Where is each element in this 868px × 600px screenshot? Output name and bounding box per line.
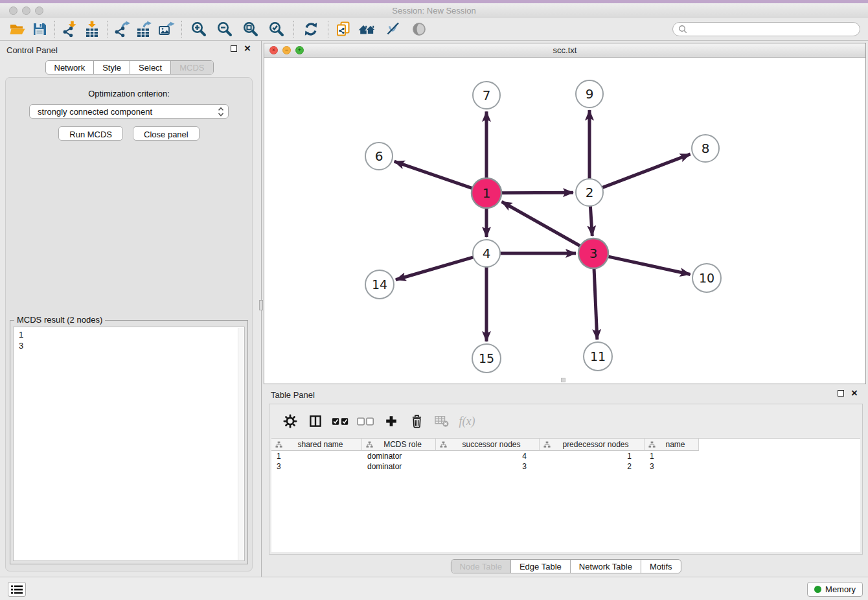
node-table[interactable]: shared nameMCDS rolesuccessor nodesprede… — [271, 438, 860, 552]
zoom-out-button[interactable] — [212, 19, 238, 39]
close-table-panel-icon[interactable]: × — [851, 390, 858, 397]
network-canvas[interactable]: 1234678910111415 — [264, 58, 865, 384]
mcds-result-title: MCDS result (2 nodes) — [14, 315, 105, 325]
deselect-all-button[interactable] — [356, 411, 376, 431]
export-image-button[interactable] — [155, 19, 177, 39]
graph-node-10[interactable]: 10 — [692, 264, 721, 292]
import-network-button[interactable] — [59, 19, 81, 39]
column-header-successor-nodes[interactable]: successor nodes — [436, 439, 540, 451]
graph-node-14[interactable]: 14 — [365, 270, 394, 299]
import-network-icon — [62, 21, 78, 38]
clone-network-button[interactable] — [332, 19, 354, 39]
graph-node-3[interactable]: 3 — [578, 238, 608, 268]
graph-node-9[interactable]: 9 — [576, 80, 603, 108]
search-input[interactable] — [691, 25, 854, 34]
hide-details-button[interactable] — [380, 19, 406, 39]
tab-network[interactable]: Network — [45, 61, 94, 74]
graph-node-4[interactable]: 4 — [473, 240, 500, 267]
close-panel-button[interactable]: Close panel — [133, 126, 200, 141]
graph-node-2[interactable]: 2 — [576, 179, 603, 206]
graph-edge-3-11[interactable] — [594, 268, 597, 340]
cell-successor-nodes[interactable]: 4 — [436, 451, 540, 461]
tab-motifs[interactable]: Motifs — [641, 560, 681, 573]
cell-shared-name[interactable]: 3 — [271, 461, 362, 472]
canvas-grip[interactable] — [561, 378, 565, 382]
task-history-button[interactable] — [8, 582, 26, 597]
column-label: predecessor nodes — [553, 440, 644, 449]
import-table-button[interactable] — [81, 19, 103, 39]
splitter-grip[interactable] — [259, 300, 263, 310]
cell-name[interactable]: 1 — [645, 451, 699, 461]
select-all-button[interactable] — [331, 411, 350, 431]
apply-layout-button[interactable] — [298, 19, 324, 39]
graph-edge-1-2[interactable] — [501, 192, 573, 193]
node-label: 15 — [479, 351, 494, 365]
hide-details-icon — [385, 21, 402, 38]
tab-edge-table[interactable]: Edge Table — [511, 560, 571, 573]
save-session-button[interactable] — [29, 19, 51, 39]
graph-edge-3-10[interactable] — [608, 257, 690, 275]
graph-edge-3-1[interactable] — [502, 202, 580, 246]
node-label: 2 — [586, 185, 594, 200]
cell-name[interactable]: 3 — [645, 461, 699, 472]
column-header-MCDS-role[interactable]: MCDS role — [362, 439, 436, 451]
graph-node-6[interactable]: 6 — [365, 143, 393, 170]
float-panel-icon[interactable] — [231, 45, 237, 52]
node-label: 3 — [589, 246, 598, 261]
cell-predecessor-nodes[interactable]: 2 — [540, 461, 645, 472]
tab-select[interactable]: Select — [130, 61, 171, 74]
zoom-fit-button[interactable] — [238, 19, 264, 39]
graph-node-11[interactable]: 11 — [584, 342, 612, 371]
export-table-button[interactable] — [133, 19, 155, 39]
status-bar: Memory — [0, 577, 868, 600]
graph-node-7[interactable]: 7 — [473, 82, 500, 109]
memory-button[interactable]: Memory — [807, 582, 863, 597]
column-type-icon — [440, 441, 447, 448]
graph-node-15[interactable]: 15 — [472, 344, 501, 373]
close-panel-icon[interactable]: × — [244, 45, 251, 52]
delete-column-button[interactable] — [407, 411, 426, 431]
show-column-button[interactable] — [306, 411, 325, 431]
cell-shared-name[interactable]: 1 — [271, 451, 362, 461]
network-window-titlebar[interactable]: × − + scc.txt — [264, 43, 865, 58]
graph-node-8[interactable]: 8 — [692, 135, 719, 162]
cell-MCDS-role[interactable]: dominator — [362, 461, 436, 472]
tab-style[interactable]: Style — [94, 61, 130, 74]
graph-edge-2-3[interactable] — [590, 206, 592, 236]
cell-predecessor-nodes[interactable]: 1 — [540, 451, 645, 461]
delete-table-button — [432, 411, 451, 431]
open-session-button[interactable] — [6, 19, 29, 39]
cell-successor-nodes[interactable]: 3 — [436, 461, 540, 472]
create-column-button[interactable] — [382, 411, 401, 431]
table-settings-button[interactable] — [280, 411, 300, 431]
search-field[interactable] — [672, 22, 860, 36]
mcds-result-textarea[interactable]: 13 — [13, 327, 245, 561]
zoom-in-button[interactable] — [186, 19, 212, 39]
window-title: Session: New Session — [0, 6, 868, 16]
float-table-panel-icon[interactable] — [838, 390, 844, 397]
tab-node-table[interactable]: Node Table — [451, 560, 511, 573]
column-header-name[interactable]: name — [645, 439, 699, 451]
result-scrollbar[interactable] — [238, 328, 244, 560]
tab-mcds[interactable]: MCDS — [171, 61, 212, 74]
homes-icon — [358, 21, 377, 38]
graph-edge-2-8[interactable] — [602, 154, 691, 188]
graph-node-1[interactable]: 1 — [472, 178, 501, 208]
graph-edge-1-6[interactable] — [394, 161, 473, 188]
criterion-select[interactable]: strongly connected component — [29, 104, 229, 119]
panel-splitter[interactable] — [258, 41, 264, 577]
zoom-selected-button[interactable] — [264, 19, 290, 39]
run-mcds-button[interactable]: Run MCDS — [58, 126, 123, 141]
home-button[interactable] — [354, 19, 380, 39]
toolbar-separator — [54, 21, 55, 38]
table-header-row: shared nameMCDS rolesuccessor nodesprede… — [271, 439, 860, 451]
cell-MCDS-role[interactable]: dominator — [362, 451, 436, 461]
graph-edge-4-14[interactable] — [396, 257, 474, 280]
table-row[interactable]: 3dominator323 — [271, 461, 860, 472]
column-header-shared-name[interactable]: shared name — [271, 439, 362, 451]
table-row[interactable]: 1dominator411 — [271, 451, 860, 461]
tab-network-table[interactable]: Network Table — [571, 560, 641, 573]
show-details-button[interactable] — [406, 19, 432, 39]
export-network-button[interactable] — [111, 19, 133, 39]
column-header-predecessor-nodes[interactable]: predecessor nodes — [540, 439, 645, 451]
